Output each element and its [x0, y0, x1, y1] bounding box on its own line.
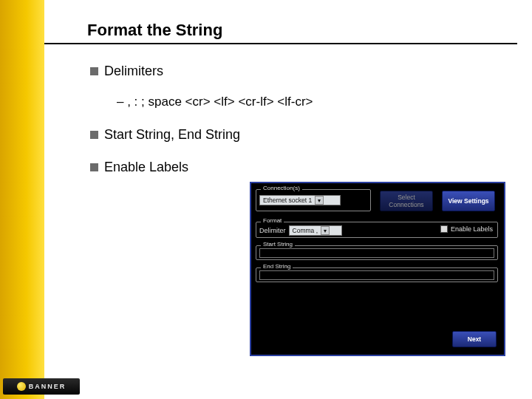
start-string-input[interactable] [259, 248, 494, 258]
group-legend: Connection(s) [261, 185, 302, 191]
bullet-text: Delimiters [104, 64, 163, 79]
end-string-input[interactable] [259, 270, 494, 280]
button-label: View Settings [448, 197, 488, 205]
group-end-string: End String [256, 267, 498, 282]
group-legend: Start String [261, 241, 295, 248]
bullet-text: Start String, End String [104, 127, 240, 143]
bullet-square-icon [90, 131, 98, 139]
chevron-down-icon: ▾ [321, 226, 330, 235]
delimiter-dropdown[interactable]: Comma , ▾ [289, 225, 342, 236]
checkbox-label: Enable Labels [451, 225, 493, 233]
bullet-enable-labels: Enable Labels [90, 160, 188, 175]
bullet-square-icon [90, 163, 98, 171]
bullet-square-icon [90, 67, 98, 75]
enable-labels-checkbox[interactable] [440, 225, 448, 233]
enable-labels-row: Enable Labels [440, 225, 493, 233]
next-button[interactable]: Next [452, 331, 497, 347]
settings-panel: Connection(s) Ethernet socket 1 ▾ Select… [250, 182, 505, 356]
view-settings-button[interactable]: View Settings [442, 191, 495, 211]
group-start-string: Start String [256, 245, 498, 260]
banner-logo: BANNER [3, 378, 80, 395]
bullet-delimiters: Delimiters [90, 64, 163, 79]
connection-dropdown[interactable]: Ethernet socket 1 ▾ [259, 195, 341, 205]
button-label: Next [468, 335, 481, 343]
dropdown-value: Comma , [293, 227, 318, 234]
bullet-start-end: Start String, End String [90, 127, 240, 143]
bullet-text: Enable Labels [104, 160, 188, 175]
page-title: Format the String [87, 21, 222, 40]
delimiter-label: Delimiter [259, 227, 286, 234]
dropdown-value: Ethernet socket 1 [263, 197, 312, 204]
title-underline [44, 43, 517, 44]
group-legend: End String [261, 263, 293, 270]
sidebar-accent [0, 0, 44, 399]
sub-bullet-delimiter-list: – , : ; space <cr> <lf> <cr-lf> <lf-cr> [117, 95, 313, 109]
logo-dot-icon [17, 382, 26, 391]
button-label: Select Connections [381, 194, 432, 208]
group-format: Format Delimiter Comma , ▾ Enable Labels [256, 222, 498, 238]
logo-text: BANNER [29, 383, 66, 390]
delimiter-row: Delimiter Comma , ▾ [259, 225, 342, 236]
chevron-down-icon: ▾ [315, 196, 324, 205]
group-connections: Connection(s) Ethernet socket 1 ▾ [256, 189, 371, 211]
group-legend: Format [261, 217, 284, 224]
select-connections-button[interactable]: Select Connections [380, 191, 433, 211]
